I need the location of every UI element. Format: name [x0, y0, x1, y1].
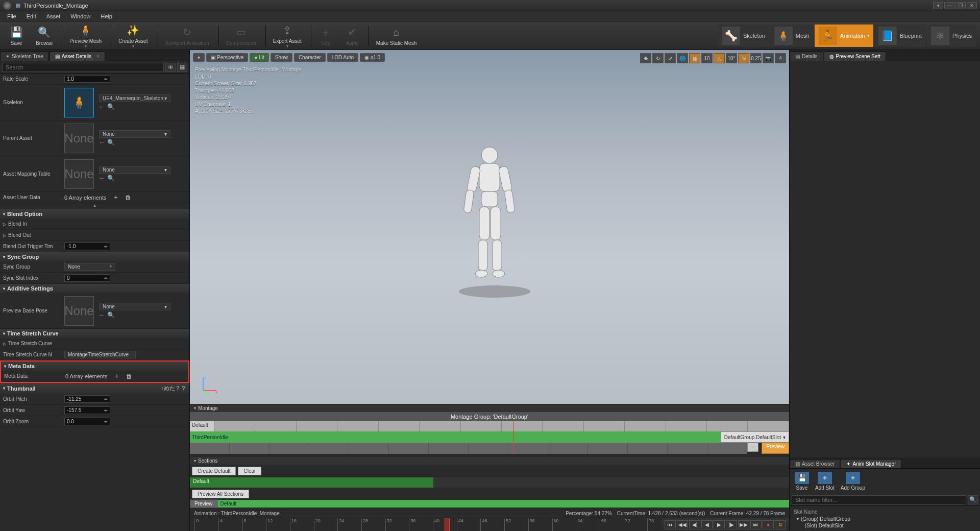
- category-thumbnail[interactable]: ▾Thumbnail↑めた？？: [0, 383, 189, 394]
- notify-track[interactable]: [190, 443, 747, 454]
- step-back-button[interactable]: ◀◀: [677, 520, 688, 529]
- scale-snap-button[interactable]: ⇲: [738, 53, 749, 63]
- montage-header[interactable]: ▾Montage: [190, 404, 789, 412]
- slot-node[interactable]: (Slot) DefaultSlot: [794, 522, 976, 529]
- tab-details-right[interactable]: ▤Details: [790, 52, 823, 61]
- section-marker[interactable]: Default: [190, 421, 214, 431]
- add-slot-button[interactable]: ＋Add Slot: [815, 472, 835, 491]
- ruler-playhead[interactable]: [445, 518, 450, 531]
- timeline-track[interactable]: [214, 421, 789, 431]
- preview-mesh-button[interactable]: 🧍Preview Mesh▾: [64, 21, 107, 51]
- export-asset-button[interactable]: ⇪Export Asset▾: [268, 21, 307, 51]
- reverse-play-button[interactable]: ◀: [701, 520, 713, 529]
- sync-group-dropdown[interactable]: None▾: [64, 263, 115, 271]
- eye-filter-button[interactable]: 👁: [165, 63, 176, 72]
- clear-metadata-icon[interactable]: 🗑: [126, 373, 132, 380]
- section-default-bar[interactable]: Default: [190, 477, 433, 488]
- stretch-curve-name-input[interactable]: MontageTimeStretchCurve: [64, 351, 136, 358]
- category-stretch[interactable]: ▾Time Stretch Curve: [0, 329, 189, 338]
- basepose-ref-dropdown[interactable]: None▾: [99, 303, 170, 310]
- orbit-zoom-input[interactable]: 0.0◂▸: [64, 418, 110, 425]
- viewport[interactable]: ▾ ▣ Perspective ● Lit Show Character LOD…: [190, 50, 789, 404]
- clear-array-icon[interactable]: 🗑: [125, 194, 131, 201]
- angle-snap-value[interactable]: 10°: [726, 53, 737, 63]
- close-icon[interactable]: ×: [96, 54, 100, 59]
- slot-dropdown[interactable]: DefaultGroup.DefaultSlot▾: [721, 431, 789, 443]
- tab-preview-scene[interactable]: ◍Preview Scene Sett: [824, 52, 886, 61]
- collapse-icon[interactable]: ▲: [0, 203, 189, 209]
- browse-to-icon[interactable]: 🔍: [107, 311, 115, 319]
- maximize-button[interactable]: ❐: [955, 2, 966, 9]
- mode-mesh[interactable]: 🧍Mesh: [770, 25, 814, 47]
- category-additive[interactable]: ▾Additive Settings: [0, 284, 189, 293]
- scale-snap-value[interactable]: 0.25: [750, 53, 762, 63]
- use-selected-icon[interactable]: ←: [99, 103, 105, 110]
- parent-ref-dropdown[interactable]: None▾: [99, 130, 170, 138]
- mode-skeleton[interactable]: 🦴Skeleton: [718, 25, 769, 47]
- loop-button[interactable]: ↻: [775, 520, 786, 529]
- window-dropdown-button[interactable]: ▾: [933, 2, 943, 9]
- tab-anim-slot-manager[interactable]: ✦Anim Slot Manager: [841, 459, 901, 468]
- search-input[interactable]: [2, 63, 164, 72]
- show-button[interactable]: Show: [271, 53, 292, 62]
- category-sync[interactable]: ▾Sync Group: [0, 252, 189, 261]
- to-start-button[interactable]: ⏮: [665, 520, 676, 529]
- basepose-thumbnail[interactable]: None: [64, 296, 94, 326]
- mapping-thumbnail[interactable]: None: [64, 159, 94, 189]
- angle-snap-button[interactable]: △: [714, 53, 725, 63]
- sections-header[interactable]: ▾Sections: [190, 457, 789, 465]
- playback-speed-button[interactable]: ◉ x1.0: [360, 53, 385, 62]
- grid-snap-button[interactable]: ▦: [689, 53, 700, 63]
- browse-to-icon[interactable]: 🔍: [107, 139, 115, 146]
- animation-clip[interactable]: ThirdPersonIdle: [190, 431, 721, 443]
- mode-animation[interactable]: 🏃Animation▾: [815, 25, 873, 47]
- mode-physics[interactable]: ⚛Physics: [927, 25, 976, 47]
- perspective-button[interactable]: ▣ Perspective: [206, 53, 248, 62]
- transform-move-icon[interactable]: ✥: [640, 53, 651, 63]
- make-static-mesh-button[interactable]: ⌂Make Static Mesh: [371, 23, 422, 48]
- tab-asset-details[interactable]: ▤Asset Details×: [50, 52, 105, 61]
- frame-ruler[interactable]: 0481216202428323640444852566064687276: [190, 518, 662, 531]
- orbit-yaw-input[interactable]: -157.5◂▸: [64, 406, 110, 414]
- add-metadata-icon[interactable]: ＋: [114, 372, 120, 380]
- play-button[interactable]: ▶: [714, 520, 725, 529]
- use-selected-icon[interactable]: ←: [99, 175, 105, 182]
- orbit-pitch-input[interactable]: -11.25◂▸: [64, 395, 110, 403]
- blend-out-trigger-input[interactable]: -1.0◂▸: [64, 243, 110, 250]
- step-fwd-button[interactable]: ▶▶: [738, 520, 749, 529]
- preview-button[interactable]: Preview: [762, 443, 789, 454]
- slot-filter-input[interactable]: [792, 495, 966, 504]
- add-array-icon[interactable]: ＋: [113, 193, 119, 202]
- save-button[interactable]: 💾Save: [4, 23, 29, 48]
- preview-all-button[interactable]: Preview All Sections: [192, 490, 249, 498]
- lit-button[interactable]: ● Lit: [250, 53, 269, 62]
- minimize-button[interactable]: —: [944, 2, 954, 9]
- create-default-button[interactable]: Create Default: [192, 467, 236, 475]
- category-metadata[interactable]: ▾Meta Data: [1, 361, 188, 371]
- preview-eye-icon[interactable]: 👁: [747, 443, 758, 452]
- mode-blueprint[interactable]: 📘Blueprint: [874, 25, 926, 47]
- slot-group-node[interactable]: ▾(Group) DefaultGroup: [794, 516, 976, 522]
- prev-frame-button[interactable]: ◀|: [689, 520, 700, 529]
- to-end-button[interactable]: ⏭: [750, 520, 762, 529]
- browse-to-icon[interactable]: 🔍: [107, 175, 115, 182]
- preview-section-button[interactable]: Preview: [190, 499, 217, 508]
- browse-button[interactable]: 🔍Browse: [31, 23, 58, 48]
- create-asset-button[interactable]: ✨Create Asset▾: [113, 21, 153, 51]
- use-selected-icon[interactable]: ←: [99, 139, 105, 146]
- parent-thumbnail[interactable]: None: [64, 124, 94, 153]
- playhead-icon[interactable]: [513, 421, 514, 454]
- record-button[interactable]: ●: [763, 520, 774, 529]
- skeleton-ref-dropdown[interactable]: UE4_Mannequin_Skeleton▾: [99, 94, 170, 102]
- browse-to-icon[interactable]: 🔍: [107, 103, 115, 110]
- skeleton-thumbnail[interactable]: 🧍: [64, 88, 94, 117]
- transform-rotate-icon[interactable]: ↻: [652, 53, 664, 63]
- mapping-ref-dropdown[interactable]: None▾: [99, 166, 170, 174]
- rate-scale-input[interactable]: 1.0◂▸: [64, 75, 110, 83]
- category-blend[interactable]: ▾Blend Option: [0, 209, 189, 219]
- grid-options-button[interactable]: ▦: [177, 63, 187, 72]
- tab-skeleton-tree[interactable]: ✶Skeleton Tree: [0, 52, 49, 61]
- menu-edit[interactable]: Edit: [21, 12, 41, 20]
- camera-speed-icon[interactable]: 📷: [763, 53, 774, 63]
- lod-button[interactable]: LOD Auto: [327, 53, 358, 62]
